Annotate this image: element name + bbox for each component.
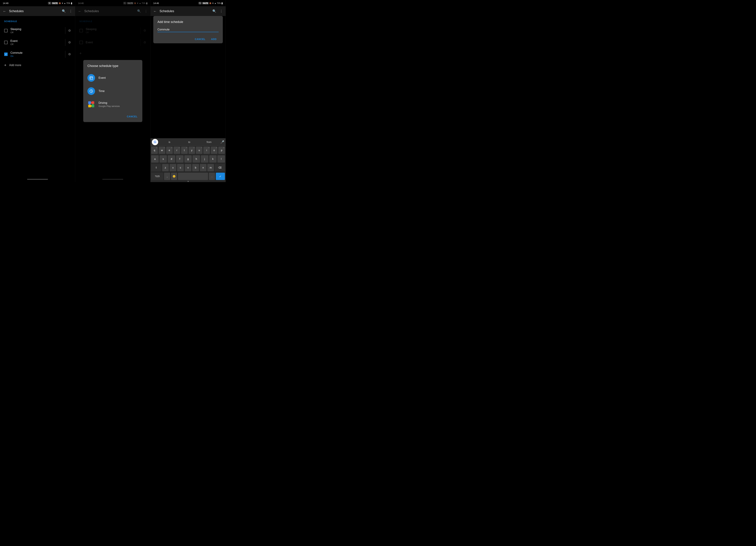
svg-point-12 [91,102,92,103]
key-r[interactable]: 4r [174,146,180,154]
key-d[interactable]: d [168,155,175,162]
search-icon-3[interactable]: 🔍 [211,8,218,14]
battery-label-1: 71% [66,2,70,4]
more-icon-3[interactable]: ⋮ [218,8,224,14]
battery-icon-1: ▮ [71,2,72,5]
type-name-event: Event [99,76,138,79]
signal-icon: ▲ [64,2,66,4]
suggestion-to[interactable]: to [179,141,199,143]
key-i[interactable]: 8i [203,146,210,154]
gear-commute[interactable]: ⚙ [68,52,71,56]
keyboard-footer: ▾ [151,181,226,182]
gear-event[interactable]: ⚙ [68,40,71,44]
key-j[interactable]: j [201,155,208,162]
status-icons-3: N VoLTE 🔕 ▼ ▲ 71% ▮ [198,2,223,5]
type-info-event: Event [99,76,138,79]
schedule-name-event: Event [10,39,65,43]
add-more-button[interactable]: + Add more [0,60,75,70]
type-option-driving[interactable]: Driving Google Play services [83,98,142,111]
key-a[interactable]: a [151,155,159,162]
key-z[interactable]: z [162,164,169,171]
key-m[interactable]: m [207,164,214,171]
key-w[interactable]: 2w [159,146,165,154]
back-button-3[interactable]: ← [152,8,158,15]
schedule-name-input[interactable] [157,27,219,32]
schedule-status-commute: On [10,55,65,57]
key-y[interactable]: 6y [189,146,195,154]
key-shift[interactable]: ⇧ [151,164,161,171]
driving-icon [87,100,95,108]
key-q[interactable]: 1q [151,146,158,154]
keyboard: G is to from 🎤 1q 2w 3e 4r 5t 6y 7u 8i 9… [151,138,226,182]
mute-icon-3: 🔕 [209,2,211,4]
choose-schedule-dialog: Choose schedule type Event [83,60,142,122]
schedule-info-event: Event Off [10,39,65,46]
key-u[interactable]: 7u [196,146,202,154]
key-g[interactable]: g [184,155,192,162]
search-icon-1[interactable]: 🔍 [60,8,67,14]
type-option-time[interactable]: Time [83,84,142,98]
svg-rect-9 [92,101,94,104]
type-sub-driving: Google Play services [99,105,138,107]
top-bar-icons-1: 🔍 ⋮ [60,8,74,14]
schedule-item-sleeping[interactable]: Sleeping Off ⚙ [0,25,75,36]
key-x[interactable]: x [170,164,176,171]
mic-icon[interactable]: 🎤 [219,139,226,145]
gear-sleeping[interactable]: ⚙ [68,29,71,32]
add-dialog-title: Add time schedule [157,20,219,24]
key-t[interactable]: 5t [181,146,188,154]
key-e[interactable]: 3e [166,146,173,154]
key-f[interactable]: f [176,155,184,162]
top-bar-3: ← Schedules 🔍 ⋮ [151,6,226,16]
chevron-down-icon: ▾ [188,180,189,182]
add-dialog-actions: CANCEL ADD [157,36,219,42]
google-g-logo: G [152,139,158,145]
key-n[interactable]: n [200,164,206,171]
battery-label-3: 71% [217,2,221,4]
wifi-icon-3: ▼ [212,2,214,4]
keyboard-suggestions-bar: G is to from 🎤 [151,138,226,146]
suggestion-from[interactable]: from [199,141,219,143]
page-title-3: Schedules [160,9,211,13]
svg-rect-10 [88,105,91,107]
type-name-driving: Driving [99,101,138,104]
key-p[interactable]: 0p [218,146,225,154]
type-option-event[interactable]: Event [83,71,142,84]
back-button-1[interactable]: ← [1,8,8,15]
key-s[interactable]: s [160,155,167,162]
key-period[interactable]: . [209,173,215,180]
add-confirm-button[interactable]: ADD [209,36,219,42]
status-time-1: 14:49 [3,2,9,5]
key-emoji[interactable]: 😊 [171,173,177,180]
key-h[interactable]: h [193,155,200,162]
wifi-icon: ▼ [62,2,63,4]
key-enter[interactable]: ✓ [216,173,225,180]
key-numbers[interactable]: ?123 [151,173,163,180]
checkbox-event[interactable] [4,41,8,44]
key-comma[interactable]: , [164,173,170,180]
cancel-button-dialog[interactable]: CANCEL [125,114,140,119]
suggestion-is[interactable]: is [160,141,179,143]
cancel-add-button[interactable]: CANCEL [193,36,208,42]
schedule-name-sleeping: Sleeping [10,28,65,31]
key-b[interactable]: b [192,164,199,171]
schedule-item-event[interactable]: Event Off ⚙ [0,36,75,48]
checkbox-commute[interactable] [4,52,8,56]
checkbox-sleeping[interactable] [4,29,8,32]
key-backspace[interactable]: ⌫ [215,164,225,171]
key-c[interactable]: c [177,164,184,171]
schedule-item-commute[interactable]: Commute On ⚙ [0,48,75,60]
key-space[interactable] [178,173,208,180]
key-l[interactable]: l [217,155,225,162]
more-icon-1[interactable]: ⋮ [68,8,74,14]
key-k[interactable]: k [209,155,217,162]
key-o[interactable]: 9o [211,146,217,154]
page-title-1: Schedules [9,9,60,13]
panel-2: 14:46 N VoLTE 🔕 ▼ ▲ 71% ▮ ← Schedules 🔍 … [75,0,151,182]
section-label-1: SCHEDULE [0,19,75,25]
volte-badge: VoLTE [52,2,58,4]
add-icon: + [4,63,6,67]
time-icon [87,87,95,95]
key-v[interactable]: v [185,164,191,171]
schedule-info-sleeping: Sleeping Off [10,28,65,34]
